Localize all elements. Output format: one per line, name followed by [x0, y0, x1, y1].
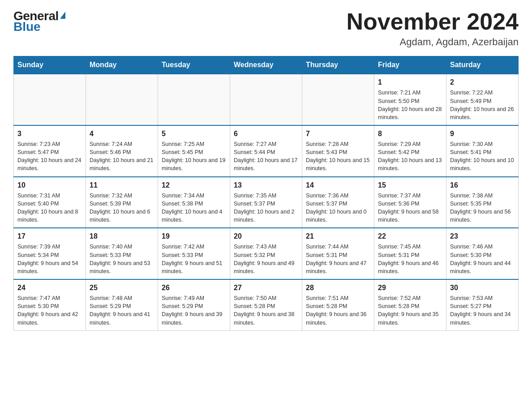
day-info: Sunrise: 7:52 AMSunset: 5:28 PMDaylight:… — [378, 294, 442, 327]
logo-triangle-icon — [60, 12, 65, 19]
day-number: 15 — [378, 180, 442, 190]
day-info: Sunrise: 7:42 AMSunset: 5:33 PMDaylight:… — [162, 243, 226, 275]
day-number: 29 — [378, 283, 442, 293]
day-number: 26 — [162, 283, 226, 293]
calendar-cell-0-3 — [230, 74, 302, 125]
calendar-cell-1-4: 7Sunrise: 7:28 AMSunset: 5:43 PMDaylight… — [302, 125, 374, 177]
day-number: 20 — [234, 231, 298, 241]
day-info: Sunrise: 7:23 AMSunset: 5:47 PMDaylight:… — [17, 140, 82, 173]
col-saturday: Saturday — [446, 56, 519, 74]
day-info: Sunrise: 7:44 AMSunset: 5:31 PMDaylight:… — [306, 243, 370, 275]
location-title: Agdam, Agdam, Azerbaijan — [347, 36, 519, 48]
day-info: Sunrise: 7:29 AMSunset: 5:42 PMDaylight:… — [378, 140, 442, 173]
day-info: Sunrise: 7:43 AMSunset: 5:32 PMDaylight:… — [234, 243, 298, 275]
day-info: Sunrise: 7:25 AMSunset: 5:45 PMDaylight:… — [162, 140, 226, 173]
day-info: Sunrise: 7:46 AMSunset: 5:30 PMDaylight:… — [450, 243, 515, 275]
day-info: Sunrise: 7:47 AMSunset: 5:30 PMDaylight:… — [17, 294, 82, 327]
day-number: 22 — [378, 231, 442, 241]
title-section: November 2024 Agdam, Agdam, Azerbaijan — [347, 9, 519, 48]
day-info: Sunrise: 7:36 AMSunset: 5:37 PMDaylight:… — [306, 192, 370, 224]
calendar-cell-2-5: 15Sunrise: 7:37 AMSunset: 5:36 PMDayligh… — [374, 177, 446, 228]
calendar-cell-0-0 — [14, 74, 86, 125]
day-number: 30 — [450, 283, 515, 293]
calendar-cell-4-0: 24Sunrise: 7:47 AMSunset: 5:30 PMDayligh… — [14, 279, 86, 330]
day-number: 28 — [306, 283, 370, 293]
calendar-cell-3-0: 17Sunrise: 7:39 AMSunset: 5:34 PMDayligh… — [14, 228, 86, 279]
week-row-5: 24Sunrise: 7:47 AMSunset: 5:30 PMDayligh… — [14, 279, 519, 330]
day-number: 17 — [17, 231, 82, 241]
day-number: 1 — [378, 77, 442, 87]
calendar-cell-3-2: 19Sunrise: 7:42 AMSunset: 5:33 PMDayligh… — [158, 228, 230, 279]
day-number: 27 — [234, 283, 298, 293]
day-info: Sunrise: 7:53 AMSunset: 5:27 PMDaylight:… — [450, 294, 515, 327]
calendar-cell-1-6: 9Sunrise: 7:30 AMSunset: 5:41 PMDaylight… — [446, 125, 519, 177]
day-number: 19 — [162, 231, 226, 241]
col-sunday: Sunday — [14, 56, 86, 74]
col-thursday: Thursday — [302, 56, 374, 74]
day-number: 10 — [17, 180, 82, 190]
day-info: Sunrise: 7:45 AMSunset: 5:31 PMDaylight:… — [378, 243, 442, 275]
calendar-cell-2-1: 11Sunrise: 7:32 AMSunset: 5:39 PMDayligh… — [86, 177, 158, 228]
calendar-cell-1-2: 5Sunrise: 7:25 AMSunset: 5:45 PMDaylight… — [158, 125, 230, 177]
calendar-cell-4-4: 28Sunrise: 7:51 AMSunset: 5:28 PMDayligh… — [302, 279, 374, 330]
day-number: 9 — [450, 128, 515, 139]
logo-blue-text: Blue — [13, 20, 41, 34]
day-info: Sunrise: 7:30 AMSunset: 5:41 PMDaylight:… — [450, 140, 515, 173]
day-number: 21 — [306, 231, 370, 241]
day-number: 12 — [162, 180, 226, 190]
day-number: 25 — [90, 283, 154, 293]
calendar-cell-4-6: 30Sunrise: 7:53 AMSunset: 5:27 PMDayligh… — [446, 279, 519, 330]
day-info: Sunrise: 7:24 AMSunset: 5:46 PMDaylight:… — [90, 140, 154, 173]
day-number: 23 — [450, 231, 515, 241]
day-number: 4 — [90, 128, 154, 139]
day-info: Sunrise: 7:38 AMSunset: 5:35 PMDaylight:… — [450, 192, 515, 224]
calendar-cell-2-2: 12Sunrise: 7:34 AMSunset: 5:38 PMDayligh… — [158, 177, 230, 228]
calendar-cell-4-2: 26Sunrise: 7:49 AMSunset: 5:29 PMDayligh… — [158, 279, 230, 330]
day-info: Sunrise: 7:27 AMSunset: 5:44 PMDaylight:… — [234, 140, 298, 173]
calendar-cell-3-6: 23Sunrise: 7:46 AMSunset: 5:30 PMDayligh… — [446, 228, 519, 279]
day-info: Sunrise: 7:49 AMSunset: 5:29 PMDaylight:… — [162, 294, 226, 327]
day-info: Sunrise: 7:37 AMSunset: 5:36 PMDaylight:… — [378, 192, 442, 224]
calendar-cell-3-3: 20Sunrise: 7:43 AMSunset: 5:32 PMDayligh… — [230, 228, 302, 279]
day-info: Sunrise: 7:34 AMSunset: 5:38 PMDaylight:… — [162, 192, 226, 224]
month-title: November 2024 — [347, 9, 519, 34]
day-number: 8 — [378, 128, 442, 139]
calendar-cell-0-1 — [86, 74, 158, 125]
calendar-cell-0-5: 1Sunrise: 7:21 AMSunset: 5:50 PMDaylight… — [374, 74, 446, 125]
calendar-cell-1-0: 3Sunrise: 7:23 AMSunset: 5:47 PMDaylight… — [14, 125, 86, 177]
day-number: 5 — [162, 128, 226, 139]
day-info: Sunrise: 7:39 AMSunset: 5:34 PMDaylight:… — [17, 243, 82, 275]
day-number: 2 — [450, 77, 515, 87]
calendar-cell-2-0: 10Sunrise: 7:31 AMSunset: 5:40 PMDayligh… — [14, 177, 86, 228]
day-number: 16 — [450, 180, 515, 190]
week-row-2: 3Sunrise: 7:23 AMSunset: 5:47 PMDaylight… — [14, 125, 519, 177]
day-info: Sunrise: 7:48 AMSunset: 5:29 PMDaylight:… — [90, 294, 154, 327]
day-number: 24 — [17, 283, 82, 293]
col-friday: Friday — [374, 56, 446, 74]
day-number: 11 — [90, 180, 154, 190]
day-info: Sunrise: 7:35 AMSunset: 5:37 PMDaylight:… — [234, 192, 298, 224]
week-row-1: 1Sunrise: 7:21 AMSunset: 5:50 PMDaylight… — [14, 74, 519, 125]
day-number: 6 — [234, 128, 298, 139]
calendar-cell-2-3: 13Sunrise: 7:35 AMSunset: 5:37 PMDayligh… — [230, 177, 302, 228]
day-info: Sunrise: 7:28 AMSunset: 5:43 PMDaylight:… — [306, 140, 370, 173]
calendar-cell-1-1: 4Sunrise: 7:24 AMSunset: 5:46 PMDaylight… — [86, 125, 158, 177]
calendar-cell-3-1: 18Sunrise: 7:40 AMSunset: 5:33 PMDayligh… — [86, 228, 158, 279]
week-row-4: 17Sunrise: 7:39 AMSunset: 5:34 PMDayligh… — [14, 228, 519, 279]
col-wednesday: Wednesday — [230, 56, 302, 74]
day-info: Sunrise: 7:50 AMSunset: 5:28 PMDaylight:… — [234, 294, 298, 327]
calendar-cell-4-3: 27Sunrise: 7:50 AMSunset: 5:28 PMDayligh… — [230, 279, 302, 330]
day-number: 7 — [306, 128, 370, 139]
calendar-cell-1-3: 6Sunrise: 7:27 AMSunset: 5:44 PMDaylight… — [230, 125, 302, 177]
calendar-cell-3-4: 21Sunrise: 7:44 AMSunset: 5:31 PMDayligh… — [302, 228, 374, 279]
day-info: Sunrise: 7:21 AMSunset: 5:50 PMDaylight:… — [378, 89, 442, 121]
calendar-cell-0-4 — [302, 74, 374, 125]
calendar-cell-2-6: 16Sunrise: 7:38 AMSunset: 5:35 PMDayligh… — [446, 177, 519, 228]
calendar-table: Sunday Monday Tuesday Wednesday Thursday… — [13, 56, 519, 330]
calendar-cell-0-6: 2Sunrise: 7:22 AMSunset: 5:49 PMDaylight… — [446, 74, 519, 125]
calendar-cell-1-5: 8Sunrise: 7:29 AMSunset: 5:42 PMDaylight… — [374, 125, 446, 177]
logo: General Blue — [13, 9, 65, 34]
calendar-cell-4-5: 29Sunrise: 7:52 AMSunset: 5:28 PMDayligh… — [374, 279, 446, 330]
calendar-cell-0-2 — [158, 74, 230, 125]
day-number: 3 — [17, 128, 82, 139]
